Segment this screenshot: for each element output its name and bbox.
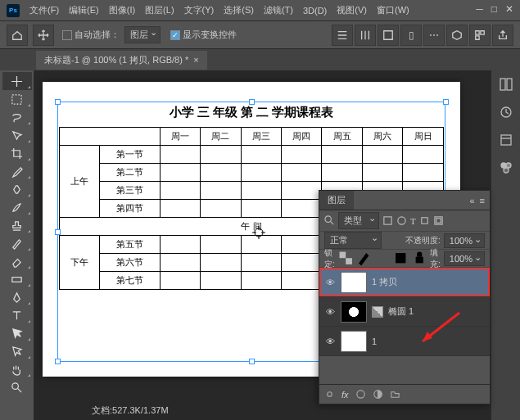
- gradient-tool[interactable]: [2, 270, 32, 288]
- eyedropper-tool[interactable]: [2, 162, 32, 180]
- stamp-tool[interactable]: [2, 216, 32, 234]
- healing-tool[interactable]: [2, 180, 32, 198]
- svg-rect-0: [12, 94, 21, 103]
- layer-item[interactable]: 👁 椭圆 1: [319, 297, 490, 327]
- menu-file[interactable]: 文件(F): [29, 4, 59, 16]
- layer-thumbnail[interactable]: [341, 272, 367, 293]
- search-icon[interactable]: [324, 215, 335, 226]
- direct-select-tool[interactable]: [2, 342, 32, 360]
- svg-point-2: [12, 382, 19, 389]
- filter-shape-icon[interactable]: [419, 215, 430, 226]
- type-tool[interactable]: [2, 306, 32, 324]
- eraser-tool[interactable]: [2, 252, 32, 270]
- quick-select-tool[interactable]: [2, 126, 32, 144]
- layers-tab[interactable]: 图层: [319, 191, 354, 210]
- more-icon[interactable]: ⋯: [423, 25, 445, 46]
- visibility-icon[interactable]: 👁: [324, 278, 336, 287]
- path-select-tool[interactable]: [2, 324, 32, 342]
- menu-filter[interactable]: 滤镜(T): [264, 4, 293, 16]
- transform-handle[interactable]: [443, 99, 449, 105]
- link-icon[interactable]: [324, 389, 335, 400]
- menu-layer[interactable]: 图层(L): [145, 4, 174, 16]
- transform-handle[interactable]: [249, 359, 255, 364]
- lasso-tool[interactable]: [2, 108, 32, 126]
- right-dock: [491, 70, 520, 420]
- adjustment-icon[interactable]: [373, 389, 383, 400]
- workspace-icon[interactable]: [469, 25, 491, 46]
- svg-point-10: [504, 168, 509, 173]
- lock-all-icon[interactable]: [412, 251, 427, 265]
- share-icon[interactable]: [492, 25, 513, 46]
- menu-edit[interactable]: 编辑(E): [69, 4, 99, 16]
- auto-select-checkbox[interactable]: [62, 30, 72, 40]
- layer-thumbnail[interactable]: [341, 301, 367, 323]
- fx-icon[interactable]: fx: [341, 390, 349, 400]
- lock-nest-icon[interactable]: [393, 251, 408, 265]
- distribute-icon[interactable]: ▯: [400, 25, 422, 46]
- crop-tool[interactable]: [2, 144, 32, 162]
- filter-pixel-icon[interactable]: [382, 215, 393, 226]
- transform-center-icon[interactable]: [251, 224, 267, 241]
- menu-window[interactable]: 窗口(W): [377, 4, 409, 16]
- panel-collapse-icon[interactable]: «: [469, 196, 474, 205]
- menu-select[interactable]: 选择(S): [224, 4, 254, 16]
- vector-mask-icon[interactable]: [372, 306, 383, 318]
- panel-icon[interactable]: [499, 77, 513, 93]
- minimize-icon[interactable]: ─: [476, 3, 483, 15]
- menu-3d[interactable]: 3D(D): [303, 6, 327, 16]
- zoom-tool[interactable]: [2, 378, 32, 396]
- lock-paint-icon[interactable]: [356, 251, 371, 265]
- transform-handle[interactable]: [55, 359, 61, 364]
- lock-trans-icon[interactable]: [338, 251, 353, 265]
- panel-menu-icon[interactable]: ≡: [480, 196, 485, 205]
- layer-name: 1 拷贝: [372, 276, 397, 288]
- visibility-icon[interactable]: 👁: [324, 307, 336, 317]
- marquee-tool[interactable]: [2, 90, 32, 108]
- properties-icon[interactable]: [499, 133, 513, 149]
- transform-handle[interactable]: [55, 229, 61, 235]
- fill-value[interactable]: 100%: [444, 251, 485, 266]
- group-icon[interactable]: [390, 389, 400, 400]
- visibility-icon[interactable]: 👁: [324, 336, 336, 346]
- pen-tool[interactable]: [2, 288, 32, 306]
- move-tool[interactable]: [2, 72, 32, 90]
- align-icon[interactable]: [332, 25, 353, 46]
- blend-mode-dropdown[interactable]: 正常: [324, 232, 382, 249]
- swatches-icon[interactable]: [499, 160, 513, 177]
- move-tool-icon[interactable]: [33, 25, 54, 46]
- transform-handle[interactable]: [55, 99, 61, 105]
- 3d-mode-icon[interactable]: [446, 25, 468, 46]
- menu-view[interactable]: 视图(V): [337, 4, 367, 16]
- hand-tool[interactable]: [2, 360, 32, 378]
- svg-point-21: [356, 391, 364, 398]
- svg-rect-16: [436, 219, 441, 224]
- filter-smart-icon[interactable]: [433, 215, 444, 226]
- transform-handle[interactable]: [249, 99, 255, 105]
- svg-rect-7: [501, 135, 511, 145]
- filter-type-dropdown[interactable]: 类型: [338, 212, 379, 229]
- document-tab[interactable]: 未标题-1 @ 100% (1 拷贝, RGB/8) *×: [36, 51, 207, 70]
- close-icon[interactable]: ✕: [505, 3, 513, 15]
- align-icon-2[interactable]: [355, 25, 376, 46]
- lock-move-icon[interactable]: [375, 251, 390, 265]
- svg-rect-20: [415, 257, 423, 264]
- show-transform-checkbox[interactable]: [170, 30, 180, 40]
- tab-close-icon[interactable]: ×: [193, 55, 198, 65]
- svg-rect-4: [500, 79, 505, 90]
- opacity-value[interactable]: 100%: [444, 233, 485, 248]
- filter-adjust-icon[interactable]: [396, 215, 407, 226]
- history-icon[interactable]: [499, 105, 513, 121]
- history-brush-tool[interactable]: [2, 234, 32, 252]
- align-icon-3[interactable]: [378, 25, 399, 46]
- maximize-icon[interactable]: □: [491, 3, 497, 15]
- mask-icon[interactable]: [355, 389, 366, 400]
- layer-item[interactable]: 👁 1: [319, 327, 490, 356]
- filter-type-icon[interactable]: T: [410, 216, 416, 226]
- brush-tool[interactable]: [2, 198, 32, 216]
- home-icon[interactable]: [7, 25, 28, 46]
- auto-select-dropdown[interactable]: 图层: [124, 26, 161, 43]
- layer-thumbnail[interactable]: [341, 331, 367, 352]
- menu-image[interactable]: 图像(I): [109, 4, 135, 16]
- menu-type[interactable]: 文字(Y): [184, 4, 215, 16]
- layer-item[interactable]: 👁 1 拷贝: [319, 268, 490, 297]
